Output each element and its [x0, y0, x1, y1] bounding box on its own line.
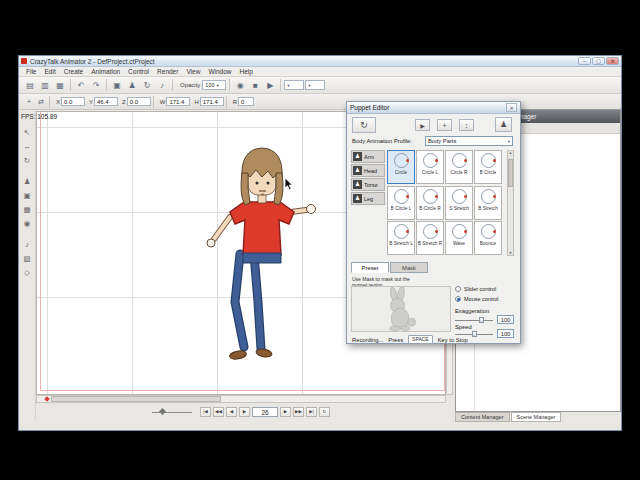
horizontal-scroll-thumb[interactable]	[51, 396, 221, 402]
h-field[interactable]: 171.4	[200, 97, 224, 106]
tab-scene-manager[interactable]: Scene Manager	[511, 412, 562, 422]
menu-window[interactable]: Window	[204, 67, 235, 76]
menu-edit[interactable]: Edit	[40, 67, 59, 76]
preset-cell[interactable]: B Stretch R	[416, 221, 444, 255]
menu-view[interactable]: View	[182, 67, 204, 76]
play-preview-icon[interactable]: ▶	[415, 119, 430, 131]
preset-cell[interactable]: Circle R	[445, 150, 473, 184]
go-to-end-icon[interactable]: ▶|	[306, 407, 317, 417]
w-field[interactable]: 171.4	[166, 97, 190, 106]
move-tool-icon[interactable]: ↔	[21, 141, 34, 152]
stage-mode-icon[interactable]: ▣	[110, 79, 124, 92]
menu-help[interactable]: Help	[236, 67, 257, 76]
title-bar[interactable]: CrazyTalk Animator 2 - DefProject.ctProj…	[19, 56, 621, 67]
zoom-slider-handle[interactable]	[159, 407, 166, 414]
previous-frame-icon[interactable]: ◀	[226, 407, 237, 417]
close-icon[interactable]: ✕	[606, 57, 619, 65]
undo-icon[interactable]: ↶	[74, 79, 88, 92]
select-tool-icon[interactable]: ↖	[21, 127, 34, 138]
menu-file[interactable]: File	[22, 67, 40, 76]
exaggeration-slider[interactable]	[455, 316, 493, 324]
menu-create[interactable]: Create	[60, 67, 88, 76]
scroll-up-icon[interactable]: ▲	[508, 151, 513, 155]
maximize-icon[interactable]: ▢	[592, 57, 605, 65]
preset-cell[interactable]: B Circle R	[416, 186, 444, 220]
stage-horizontal-scrollbar[interactable]	[36, 395, 446, 403]
part-item-head[interactable]: ♟ Head	[351, 164, 385, 177]
menu-animation[interactable]: Animation	[87, 67, 124, 76]
rotate-tool-icon[interactable]: ↻	[21, 155, 34, 166]
preset-cell[interactable]: Wave	[445, 221, 473, 255]
move-tool-icon[interactable]: +	[23, 95, 35, 108]
y-field[interactable]: 46.4	[94, 97, 118, 106]
slider-handle[interactable]	[479, 317, 484, 323]
scene-tool-icon[interactable]: ▦	[21, 204, 34, 215]
flip-icon[interactable]: ⇄	[35, 95, 47, 108]
exaggeration-value[interactable]: 100	[497, 315, 514, 324]
profile-dropdown[interactable]: Body Parts ▾	[425, 136, 513, 146]
preset-cell[interactable]: Bounce	[474, 221, 502, 255]
preset-cell[interactable]: Circle L	[416, 150, 444, 184]
preset-cell[interactable]: B Circle L	[387, 186, 415, 220]
menu-control[interactable]: Control	[124, 67, 153, 76]
tab-content-manager[interactable]: Content Manager	[455, 412, 510, 422]
opacity-dropdown[interactable]: 100 ▾	[202, 80, 226, 90]
close-icon[interactable]: ✕	[506, 103, 517, 112]
view-dropdown-1[interactable]: ▾	[284, 80, 304, 90]
actor-icon[interactable]: ♟	[125, 79, 139, 92]
play-icon[interactable]: ▶	[239, 407, 250, 417]
settings-tool-icon[interactable]: ◇	[21, 267, 34, 278]
actor-tool-icon[interactable]: ♟	[21, 176, 34, 187]
sound-tool-icon[interactable]: ♪	[21, 239, 34, 250]
preset-scroll-thumb[interactable]	[508, 159, 513, 187]
preset-cell[interactable]: B Circle	[474, 150, 502, 184]
preset-grid-scrollbar[interactable]: ▲ ▼	[507, 150, 514, 256]
part-item-torso[interactable]: ♟ Torso	[351, 178, 385, 191]
radio-icon	[455, 286, 461, 292]
minimize-icon[interactable]: –	[578, 57, 591, 65]
go-to-start-icon[interactable]: |◀	[200, 407, 211, 417]
render-icon[interactable]: ■	[248, 79, 262, 92]
radio-slider-control[interactable]: Slider control	[455, 286, 496, 292]
tab-preset[interactable]: Preset	[351, 262, 389, 273]
camera-icon[interactable]: ◉	[233, 79, 247, 92]
part-item-arm[interactable]: ♟ Arm	[351, 150, 385, 163]
view-dropdown-2[interactable]: ▾	[305, 80, 325, 90]
z-field[interactable]: 0.0	[127, 97, 151, 106]
preset-cell[interactable]: Circle	[387, 150, 415, 184]
preview-icon[interactable]: ▶	[263, 79, 277, 92]
actor-character[interactable]	[202, 147, 322, 367]
current-frame-field[interactable]: 26	[252, 407, 278, 417]
radio-mouse-control[interactable]: Mouse control	[455, 296, 499, 302]
new-project-icon[interactable]: ▤	[23, 79, 37, 92]
puppet-person-icon[interactable]: ♟	[495, 117, 512, 132]
save-project-icon[interactable]: ▦	[53, 79, 67, 92]
preset-cell[interactable]: B Stretch L	[387, 221, 415, 255]
sound-icon[interactable]: ♪	[155, 79, 169, 92]
camera-tool-icon[interactable]: ◉	[21, 218, 34, 229]
redo-icon[interactable]: ↷	[89, 79, 103, 92]
animation-icon[interactable]: ↻	[140, 79, 154, 92]
open-project-icon[interactable]: ▥	[38, 79, 52, 92]
previous-key-icon[interactable]: ◀◀	[213, 407, 224, 417]
image-tool-icon[interactable]: ▧	[21, 253, 34, 264]
part-item-leg[interactable]: ♟ Leg	[351, 192, 385, 205]
space-keycap: SPACE	[408, 335, 433, 344]
prop-tool-icon[interactable]: ▣	[21, 190, 34, 201]
x-field[interactable]: 0.0	[61, 97, 85, 106]
rotate-field[interactable]: 0	[238, 97, 254, 106]
toolbar-separator	[49, 96, 50, 108]
retarget-icon[interactable]: ↻	[352, 117, 376, 133]
next-key-icon[interactable]: ▶▶	[293, 407, 304, 417]
preset-cell[interactable]: B Stretch	[474, 186, 502, 220]
next-frame-icon[interactable]: ▶	[280, 407, 291, 417]
vertical-arrows-icon[interactable]: ↕	[459, 119, 474, 131]
scroll-down-icon[interactable]: ▼	[508, 251, 513, 255]
tab-mask[interactable]: Mask	[390, 262, 428, 273]
puppet-editor-titlebar[interactable]: Puppet Editor ✕	[347, 102, 520, 114]
move-cross-icon[interactable]: +	[437, 119, 452, 131]
loop-icon[interactable]: ↻	[319, 407, 330, 417]
menu-render[interactable]: Render	[153, 67, 182, 76]
preset-cell[interactable]: S Stretch	[445, 186, 473, 220]
timeline-zoom-slider[interactable]	[152, 408, 192, 416]
